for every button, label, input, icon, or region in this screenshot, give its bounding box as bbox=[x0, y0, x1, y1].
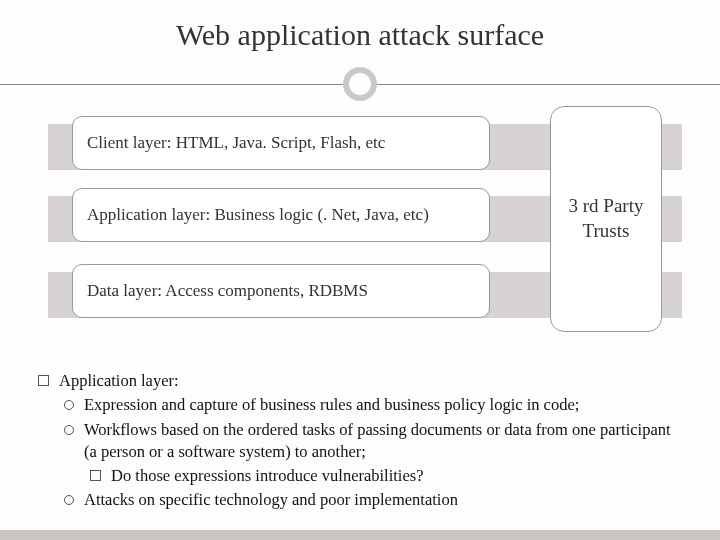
slide: Web application attack surface Client la… bbox=[0, 0, 720, 540]
bullet-sub2: Workflows based on the ordered tasks of … bbox=[84, 419, 676, 464]
client-layer-text: Client layer: HTML, Java. Script, Flash,… bbox=[87, 133, 385, 153]
list-item: Do those expressions introduce vulnerabi… bbox=[38, 465, 676, 487]
divider-circle-icon bbox=[343, 67, 377, 101]
footer-accent-bar bbox=[0, 530, 720, 540]
client-layer-box: Client layer: HTML, Java. Script, Flash,… bbox=[72, 116, 490, 170]
list-item: Attacks on specific technology and poor … bbox=[38, 489, 676, 511]
third-party-trusts-box: 3 rd Party Trusts bbox=[550, 106, 662, 332]
layer-diagram: Client layer: HTML, Java. Script, Flash,… bbox=[0, 120, 720, 360]
bullet-sub2a: Do those expressions introduce vulnerabi… bbox=[111, 465, 424, 487]
application-layer-box: Application layer: Business logic (. Net… bbox=[72, 188, 490, 242]
bullet-sub1: Expression and capture of business rules… bbox=[84, 394, 579, 416]
circle-bullet-icon bbox=[64, 425, 74, 435]
application-layer-text: Application layer: Business logic (. Net… bbox=[87, 205, 429, 225]
trust-box-text: 3 rd Party Trusts bbox=[551, 194, 661, 243]
square-bullet-icon bbox=[90, 470, 101, 481]
divider bbox=[0, 66, 720, 102]
list-item: Expression and capture of business rules… bbox=[38, 394, 676, 416]
bullet-heading: Application layer: bbox=[59, 370, 179, 392]
bullet-sub3: Attacks on specific technology and poor … bbox=[84, 489, 458, 511]
data-layer-text: Data layer: Access components, RDBMS bbox=[87, 281, 368, 301]
square-bullet-icon bbox=[38, 375, 49, 386]
bullet-content: Application layer: Expression and captur… bbox=[0, 370, 720, 512]
list-item: Application layer: bbox=[38, 370, 676, 392]
list-item: Workflows based on the ordered tasks of … bbox=[38, 419, 676, 464]
slide-title: Web application attack surface bbox=[0, 18, 720, 52]
circle-bullet-icon bbox=[64, 400, 74, 410]
circle-bullet-icon bbox=[64, 495, 74, 505]
data-layer-box: Data layer: Access components, RDBMS bbox=[72, 264, 490, 318]
